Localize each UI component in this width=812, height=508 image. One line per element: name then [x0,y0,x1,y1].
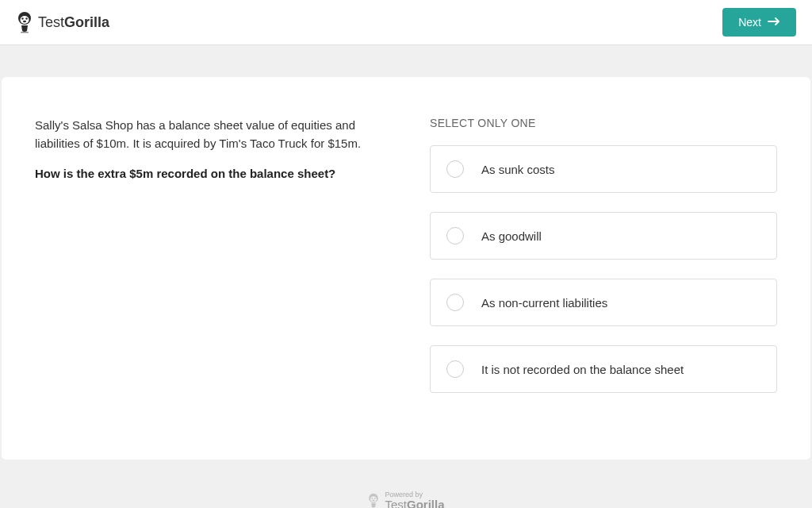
powered-by-badge: Powered by TestGorilla [367,491,444,508]
question-intro: Sally's Salsa Shop has a balance sheet v… [35,117,382,152]
footer: Powered by TestGorilla [0,460,812,508]
answers-column: SELECT ONLY ONE As sunk costs As goodwil… [430,117,777,412]
next-button[interactable]: Next [722,8,796,37]
svg-point-4 [23,21,26,22]
answer-option-label: As goodwill [481,229,542,243]
svg-point-2 [21,17,23,19]
powered-text: Powered by TestGorilla [385,491,444,508]
arrow-right-icon [768,16,780,29]
answer-option-1[interactable]: As goodwill [430,212,777,260]
answer-option-label: As non-current liabilities [481,296,607,310]
next-button-label: Next [738,16,761,29]
svg-point-10 [373,499,375,501]
answer-option-2[interactable]: As non-current liabilities [430,279,777,326]
answer-option-3[interactable]: It is not recorded on the balance sheet [430,345,777,393]
question-card: Sally's Salsa Shop has a balance sheet v… [2,77,810,460]
answer-option-0[interactable]: As sunk costs [430,145,777,193]
brand-logo: TestGorilla [16,11,109,33]
question-column: Sally's Salsa Shop has a balance sheet v… [35,117,382,412]
answer-option-label: As sunk costs [481,163,555,176]
svg-point-9 [374,498,376,499]
powered-brand: TestGorilla [385,498,444,508]
gorilla-icon [16,11,33,33]
svg-point-8 [372,498,373,499]
gorilla-icon [367,493,380,508]
header: TestGorilla Next [0,0,812,45]
answer-instruction: SELECT ONLY ONE [430,117,777,129]
question-prompt: How is the extra $5m recorded on the bal… [35,167,382,180]
content-area: Sally's Salsa Shop has a balance sheet v… [0,45,812,460]
radio-icon [446,294,464,311]
answer-option-label: It is not recorded on the balance sheet [481,363,684,376]
svg-rect-5 [21,32,29,33]
radio-icon [446,160,464,178]
radio-icon [446,227,464,244]
svg-point-7 [371,496,377,502]
brand-name: TestGorilla [38,14,109,31]
radio-icon [446,360,464,378]
svg-point-3 [25,17,27,19]
svg-point-1 [21,16,29,24]
